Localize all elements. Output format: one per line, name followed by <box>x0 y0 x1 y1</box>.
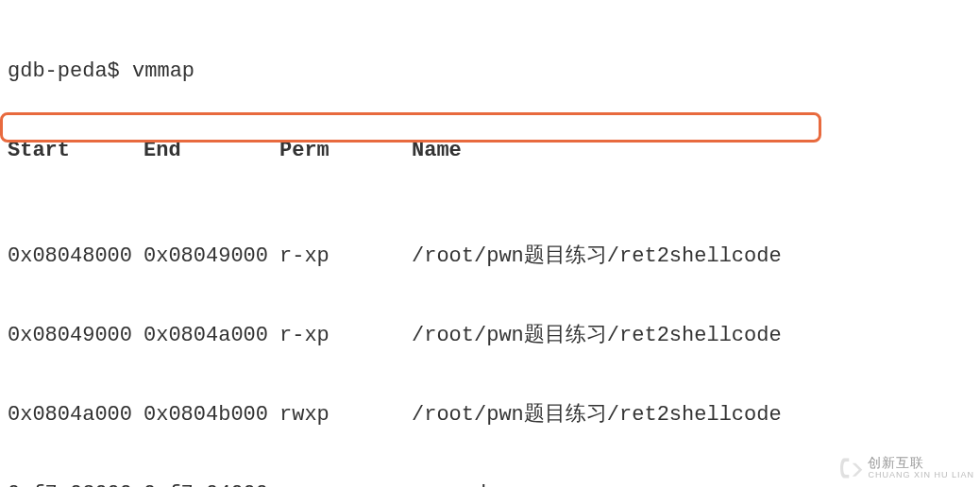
prompt-line: gdb-peda$ vmmap <box>8 59 972 85</box>
header-end: End <box>144 138 279 164</box>
prompt: gdb-peda$ <box>8 59 120 85</box>
table-row: 0x08048000 0x08049000 r-xp /root/pwn题目练习… <box>8 244 972 270</box>
watermark-logo-icon <box>837 455 864 481</box>
cell-name: /root/pwn题目练习/ret2shellcode <box>412 402 972 428</box>
cell-perm: rwxp <box>279 481 412 487</box>
watermark-text-py: CHUANG XIN HU LIAN <box>868 471 974 480</box>
terminal-output: gdb-peda$ vmmap Start End Perm Name 0x08… <box>0 0 980 487</box>
header-name: Name <box>412 138 972 164</box>
header-start: Start <box>8 138 144 164</box>
cell-perm: r-xp <box>279 323 412 349</box>
header-perm: Perm <box>279 138 412 164</box>
command: vmmap <box>132 59 194 85</box>
cell-start: 0x08048000 <box>8 244 144 270</box>
column-headers: Start End Perm Name <box>8 138 972 164</box>
cell-start: 0xf7e03000 <box>8 481 144 487</box>
cell-end: 0x0804b000 <box>144 402 279 428</box>
cell-perm: r-xp <box>279 244 412 270</box>
watermark: 创新互联 CHUANG XIN HU LIAN <box>837 455 974 481</box>
table-row: 0xf7e03000 0xf7e04000 rwxp mapped <box>8 481 972 487</box>
cell-name: mapped <box>412 481 972 487</box>
cell-name: /root/pwn题目练习/ret2shellcode <box>412 323 972 349</box>
cell-end: 0x0804a000 <box>144 323 279 349</box>
watermark-text-cn: 创新互联 <box>868 456 974 470</box>
cell-start: 0x08049000 <box>8 323 144 349</box>
table-row: 0x08049000 0x0804a000 r-xp /root/pwn题目练习… <box>8 323 972 349</box>
cell-end: 0x08049000 <box>144 244 279 270</box>
cell-perm: rwxp <box>279 402 412 428</box>
cell-end: 0xf7e04000 <box>144 481 279 487</box>
cell-start: 0x0804a000 <box>8 402 144 428</box>
table-row-highlighted: 0x0804a000 0x0804b000 rwxp /root/pwn题目练习… <box>8 402 972 428</box>
cell-name: /root/pwn题目练习/ret2shellcode <box>412 244 972 270</box>
